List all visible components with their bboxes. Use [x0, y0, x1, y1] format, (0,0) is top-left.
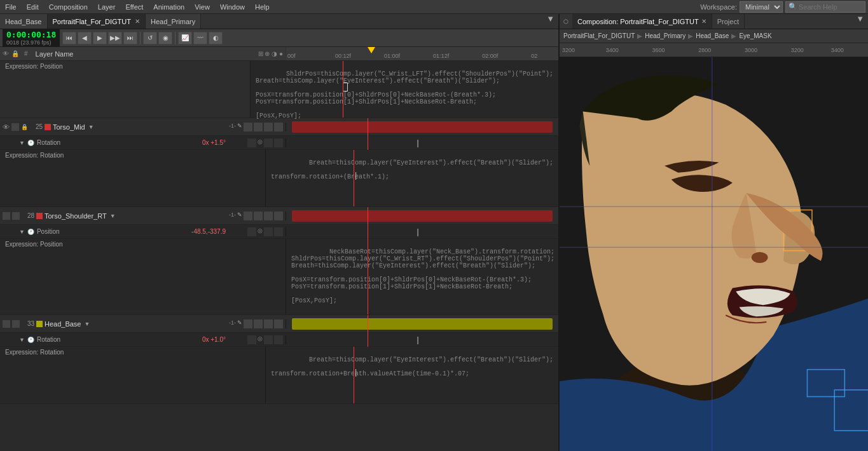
layer-33-sw3[interactable] [244, 320, 252, 328]
btn-preview[interactable]: ◉ [158, 32, 172, 44]
layer-25-expand[interactable]: ▼ [88, 124, 94, 130]
layer-28-expr-label: Expression: Position [0, 239, 286, 314]
layer-33-clock-icon[interactable]: 🕐 [27, 337, 34, 343]
layer-28-sw6[interactable] [274, 212, 283, 220]
layer-33-sw5[interactable] [264, 320, 273, 328]
menu-window[interactable]: Window [217, 3, 247, 11]
tab-composition-close[interactable]: ✕ [701, 18, 706, 25]
tab-portraitflat[interactable]: PortraitFlat_For_DIGTUT ✕ [48, 14, 146, 29]
layer-33-name[interactable]: Head_Base [45, 320, 81, 328]
layer-33-sw2[interactable]: ✎ [237, 320, 242, 328]
menu-composition[interactable]: Composition [46, 3, 90, 11]
menu-file[interactable]: File [3, 3, 19, 11]
breadcrumb-eye-mask[interactable]: Eye_MASK [739, 32, 771, 39]
btn-motion[interactable]: 〰 [193, 32, 207, 44]
layer-33-solo[interactable] [12, 320, 20, 328]
layer-28-sw2[interactable]: ✎ [237, 212, 242, 220]
layer-28-clock-icon[interactable]: 🕐 [27, 229, 34, 235]
layer-33-rot-icon3[interactable] [264, 335, 273, 344]
top-expr-code[interactable]: ShldrPos=thisComp.layer("C_Wrist_LFT").e… [251, 61, 558, 118]
layer-25-expand-arrow[interactable]: ▼ [19, 140, 25, 146]
layer-33-rot-icon4[interactable] [274, 335, 283, 344]
layer-25-rotation-value[interactable]: 0x +1.5° [202, 139, 226, 146]
breadcrumb-head-primary[interactable]: Head_Primary [645, 32, 685, 39]
layer-33-expr-code[interactable]: Breath=thisComp.layer("EyeInterest").eff… [266, 347, 558, 403]
layer-25-name[interactable]: Torso_Mid [53, 123, 85, 131]
menu-help[interactable]: Help [252, 3, 272, 11]
layer-28-sw3[interactable] [244, 212, 252, 220]
btn-next-frame[interactable]: ▶▶ [108, 32, 122, 44]
layer-33-rot-icon1[interactable] [247, 335, 256, 344]
layer-28-position-value[interactable]: -48.5,-337.9 [191, 228, 226, 235]
tab-minimize-btn[interactable]: ▼ [542, 14, 558, 29]
btn-end[interactable]: ⏭ [123, 32, 137, 44]
lock-col-icon: 🔒 [11, 50, 19, 57]
layer-25-sw3[interactable] [244, 123, 252, 131]
menu-edit[interactable]: Edit [24, 3, 41, 11]
layer-25-sw2[interactable]: ✎ [237, 123, 242, 131]
search-help-input[interactable] [799, 3, 862, 11]
tab-head-base[interactable]: Head_Base [0, 14, 48, 29]
layer-25-lock[interactable]: 🔒 [21, 124, 28, 130]
layer-25-solo[interactable] [11, 123, 19, 131]
menu-view[interactable]: View [192, 3, 212, 11]
menu-layer[interactable]: Layer [95, 3, 118, 11]
tab-composition[interactable]: Composition: PortraitFlat_For_DIGTUT ✕ [572, 14, 712, 29]
tab-head-primary[interactable]: Head_Primary [146, 14, 201, 29]
layer-28-expr-code[interactable]: NeckBaseRot=thisComp.layer("Neck_Base").… [286, 239, 558, 314]
layer-33-sw6[interactable] [274, 320, 283, 328]
btn-loop[interactable]: ↺ [143, 32, 157, 44]
tab-portraitflat-close[interactable]: ✕ [135, 18, 140, 25]
btn-home[interactable]: ⏮ [62, 32, 76, 44]
layer-25-clock-icon[interactable]: 🕐 [27, 140, 34, 146]
workspace-dropdown[interactable]: Minimal [740, 1, 783, 13]
ruler-mark-200: 02:00f [482, 53, 498, 59]
menu-animation[interactable]: Animation [151, 3, 187, 11]
ruler-mark-3000: 3000 [745, 47, 757, 53]
separator-1 [140, 32, 141, 44]
layer-33-expand[interactable]: ▼ [85, 321, 90, 327]
breadcrumb-portraitflat[interactable]: PortraitFlat_For_DIGTUT [563, 32, 635, 39]
layer-28-pos-icon4[interactable] [274, 227, 283, 236]
layer-33-rot-icon2[interactable]: ◎ [258, 335, 263, 344]
layer-28-check[interactable] [3, 212, 10, 220]
layer-33-sw1[interactable]: -1- [229, 320, 236, 328]
cursor-marker-28: | [417, 227, 418, 236]
layer-28-pos-icon2[interactable]: ◎ [258, 227, 263, 236]
layer-25-expr-code[interactable]: Breath=thisComp.layer("EyeInterest").eff… [266, 150, 558, 206]
layer-28-pos-icon3[interactable] [264, 227, 273, 236]
layer-25-expr-row: Expression: Rotation Breath=thisComp.lay… [0, 150, 558, 207]
layer-28-sw1[interactable]: -1- [229, 212, 236, 220]
layer-33-rotation-value[interactable]: 0x +1.0° [202, 336, 226, 343]
menu-effect[interactable]: Effect [123, 3, 146, 11]
layer-28-switches: -1- ✎ [229, 212, 283, 220]
tab-portraitflat-label: PortraitFlat_For_DIGTUT [53, 18, 131, 25]
right-panel-minimize[interactable]: ▼ [852, 14, 868, 29]
tab-project-label: Project [717, 18, 739, 25]
layer-28-sw4[interactable] [254, 212, 263, 220]
btn-prev-frame[interactable]: ◀ [78, 32, 92, 44]
playhead-line-33e [354, 347, 354, 403]
search-help-container: 🔍 [785, 1, 865, 13]
layer-28-solo[interactable] [12, 212, 20, 220]
layer-33-sw4[interactable] [254, 320, 263, 328]
comp-ruler: 3200 3400 3600 2800 3000 3200 3400 [560, 43, 868, 57]
btn-solo[interactable]: ◐ [209, 32, 223, 44]
layer-28-expand-arrow[interactable]: ▼ [19, 229, 25, 235]
btn-graph[interactable]: 📈 [178, 32, 192, 44]
layer-33-expand-arrow[interactable]: ▼ [19, 337, 25, 343]
layer-25-rot-icon1[interactable] [247, 138, 256, 147]
layer-28-expand[interactable]: ▼ [110, 213, 116, 219]
playhead-line-28p [368, 225, 368, 239]
layer-25-sw1[interactable]: -1- [229, 123, 236, 131]
breadcrumb-head-base[interactable]: Head_Base [696, 32, 729, 39]
layer-28-name[interactable]: Torso_Shoulder_RT [45, 212, 107, 220]
layer-28-pos-icon1[interactable] [247, 227, 256, 236]
layer-28-sw5[interactable] [264, 212, 273, 220]
layer-25-visibility[interactable]: 👁 [3, 123, 10, 131]
layer-33-check[interactable] [3, 320, 10, 328]
playhead-line-25r [368, 136, 368, 150]
btn-play[interactable]: ▶ [93, 32, 107, 44]
tab-project[interactable]: Project [712, 14, 745, 29]
layer-25-rotation-timeline: | [286, 136, 558, 150]
